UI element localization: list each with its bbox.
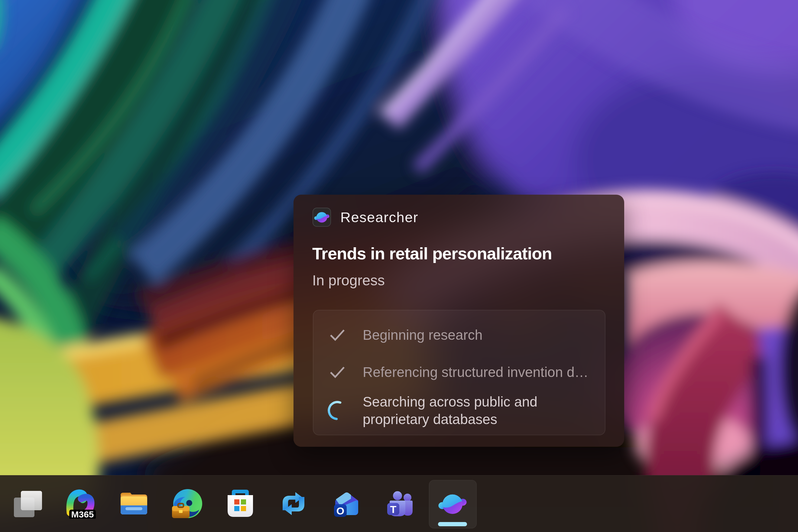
svg-text:O: O [337, 505, 344, 517]
svg-text:M365: M365 [71, 509, 94, 519]
svg-text:T: T [390, 504, 397, 515]
